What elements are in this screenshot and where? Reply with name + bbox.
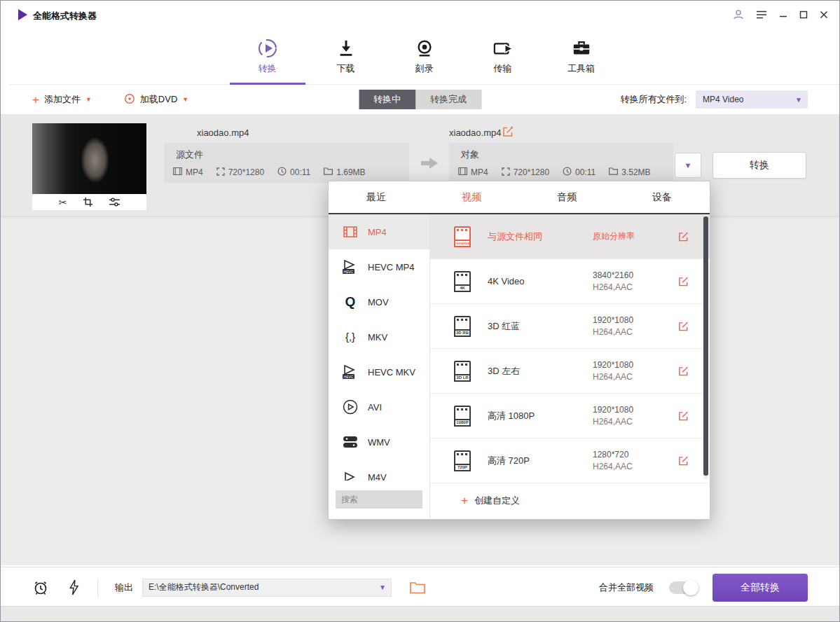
convert-all-button[interactable]: 全部转换 <box>712 574 808 602</box>
preset-codec: H264,AAC <box>593 282 691 293</box>
main-nav: 转换 下载 刻录 传输 工具箱 <box>9 29 839 85</box>
format-item-hevc-mp4[interactable]: HEVC HEVC MP4 <box>329 249 429 284</box>
format-label: M4V <box>368 472 387 481</box>
toolbar: + 添加文件 ▼ 加载DVD ▼ 转换中 转换完成 转换所有文件到: MP4 V… <box>1 85 839 114</box>
video-thumbnail <box>32 123 146 194</box>
target-resolution: 720*1280 <box>514 167 549 177</box>
browse-folder-icon[interactable] <box>410 581 425 594</box>
preset-row-3d-rb[interactable]: 3D RB 3D 红蓝 1920*1080H264,AAC <box>430 304 710 349</box>
search-input[interactable] <box>336 490 422 509</box>
preset-dropdown-button[interactable]: ▼ <box>675 153 701 178</box>
app-title: 全能格式转换器 <box>33 10 97 22</box>
plus-icon: + <box>461 495 468 506</box>
edit-preset-icon[interactable] <box>678 321 689 331</box>
preset-row-1080p[interactable]: 1080P 高清 1080P 1920*1080H264,AAC <box>430 394 710 438</box>
popup-tab-device[interactable]: 设备 <box>614 181 710 213</box>
edit-preset-icon[interactable] <box>678 410 689 421</box>
3d-lr-preset-icon: 3D LR <box>454 361 471 382</box>
edit-preset-icon[interactable] <box>678 455 689 466</box>
converting-tab[interactable]: 转换中 <box>359 90 415 109</box>
4k-preset-icon: 4K <box>454 271 471 292</box>
format-item-mkv[interactable]: {,} MKV <box>329 319 429 354</box>
popup-tab-audio[interactable]: 音频 <box>519 181 614 213</box>
preset-resolution: 原始分辨率 <box>593 231 635 241</box>
popup-tab-recent[interactable]: 最近 <box>329 181 424 213</box>
crop-icon[interactable] <box>83 198 92 207</box>
format-label: HEVC MP4 <box>368 262 414 272</box>
trim-icon[interactable]: ✂ <box>59 197 67 208</box>
load-dvd-button[interactable]: 加载DVD ▼ <box>124 93 188 106</box>
popup-scrollbar[interactable] <box>703 216 708 479</box>
edit-preset-icon[interactable] <box>678 231 689 242</box>
edit-preset-icon[interactable] <box>678 276 689 286</box>
menu-icon[interactable] <box>756 10 767 20</box>
format-item-m4v[interactable]: M4V <box>329 459 429 481</box>
toolbox-icon <box>570 36 593 61</box>
preset-name: 4K Video <box>488 276 593 286</box>
maximize-button[interactable] <box>799 11 808 19</box>
target-format: MP4 <box>471 167 488 177</box>
nav-tab-download[interactable]: 下载 <box>321 29 371 84</box>
wmv-icon <box>341 435 359 449</box>
svg-text:HEVC: HEVC <box>344 270 354 274</box>
source-preset-icon: source <box>454 226 471 247</box>
target-format-select[interactable]: MP4 Video ▼ <box>696 90 808 109</box>
format-item-wmv[interactable]: WMV <box>329 424 429 459</box>
add-file-button[interactable]: + 添加文件 ▼ <box>32 93 92 106</box>
nav-tab-burn[interactable]: 刻录 <box>399 29 450 84</box>
preset-resolution: 1280*720 <box>593 450 628 459</box>
rename-edit-icon[interactable] <box>502 126 514 140</box>
resolution-icon <box>502 167 510 178</box>
edit-preset-icon[interactable] <box>678 366 689 376</box>
clock-icon <box>563 167 572 178</box>
schedule-icon[interactable] <box>32 579 49 596</box>
merge-toggle[interactable] <box>669 581 697 594</box>
preset-name: 与源文件相同 <box>488 230 593 243</box>
preset-resolution: 1920*1080 <box>593 360 633 370</box>
status-tabs: 转换中 转换完成 <box>359 90 481 109</box>
dvd-icon <box>124 93 135 106</box>
titlebar: 全能格式转换器 <box>1 1 839 29</box>
nav-tab-toolbox[interactable]: 工具箱 <box>556 29 607 84</box>
effects-icon[interactable] <box>109 198 120 207</box>
folder-icon <box>324 167 333 177</box>
nav-tab-transfer[interactable]: 传输 <box>478 29 528 84</box>
nav-tab-convert[interactable]: 转换 <box>242 29 293 84</box>
arrow-icon <box>421 158 438 172</box>
format-item-mov[interactable]: Q MOV <box>329 284 429 319</box>
burn-icon <box>415 36 434 61</box>
clock-icon <box>277 167 287 178</box>
performance-icon[interactable] <box>69 579 79 595</box>
app-window: 全能格式转换器 转换 <box>0 0 840 622</box>
convert-icon <box>256 36 279 61</box>
finished-tab[interactable]: 转换完成 <box>415 90 481 109</box>
format-item-avi[interactable]: AVI <box>329 389 429 424</box>
3d-rb-preset-icon: 3D RB <box>454 316 471 337</box>
format-item-mp4[interactable]: MP4 <box>329 214 429 249</box>
preset-row-3d-lr[interactable]: 3D LR 3D 左右 1920*1080H264,AAC <box>430 349 710 394</box>
source-duration: 00:11 <box>290 167 310 177</box>
mkv-icon: {,} <box>341 329 359 345</box>
create-custom-button[interactable]: + 创建自定义 <box>430 483 710 518</box>
close-button[interactable] <box>820 11 828 19</box>
minimize-button[interactable] <box>779 11 787 19</box>
output-path-select[interactable]: ▼ <box>142 579 392 597</box>
merge-videos-label: 合并全部视频 <box>599 581 654 594</box>
source-size: 1.69MB <box>336 167 365 177</box>
preset-resolution: 3840*2160 <box>593 270 633 280</box>
create-custom-label: 创建自定义 <box>474 495 520 507</box>
output-path-input[interactable] <box>143 579 391 596</box>
scrollbar-thumb[interactable] <box>703 216 708 476</box>
target-info-box: 对象 MP4 720*1280 00:11 3.52MB <box>449 143 673 183</box>
user-icon[interactable] <box>733 9 744 20</box>
preset-row-source[interactable]: source 与源文件相同 原始分辨率 <box>430 214 710 259</box>
preset-row-720p[interactable]: 720P 高清 720P 1280*720H264,AAC <box>430 438 710 483</box>
target-section-label: 对象 <box>461 148 673 161</box>
thumbnail-toolbar: ✂ <box>32 194 146 210</box>
preset-resolution: 1920*1080 <box>593 315 633 325</box>
format-item-hevc-mkv[interactable]: HEVC HEVC MKV <box>329 354 429 389</box>
convert-button[interactable]: 转换 <box>712 152 806 179</box>
preset-row-4k[interactable]: 4K 4K Video 3840*2160H264,AAC <box>430 259 710 304</box>
popup-tab-video[interactable]: 视频 <box>424 181 519 213</box>
format-label: MKV <box>368 332 387 343</box>
